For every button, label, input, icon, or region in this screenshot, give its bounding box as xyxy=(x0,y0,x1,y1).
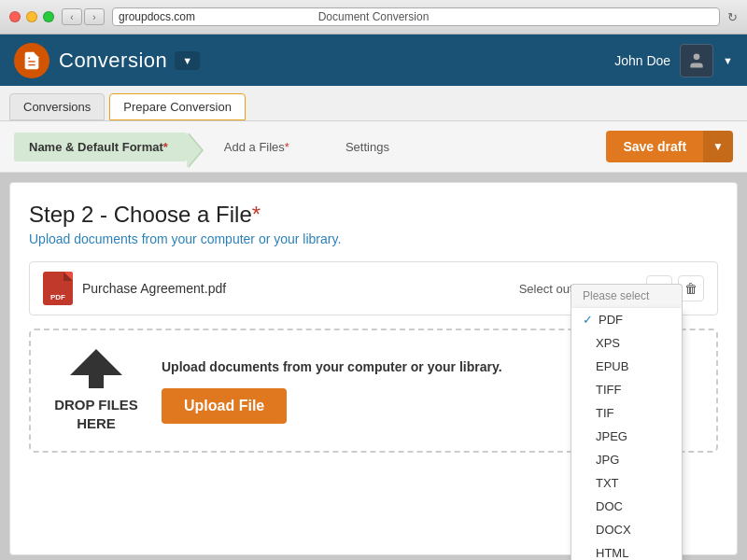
tabs-bar: Conversions Prepare Conversion xyxy=(0,86,747,121)
window-chrome: ‹ › groupdocs.com ↻ Document Conversion xyxy=(0,0,747,35)
dropdown-list: ✓ PDF XPS EPUB TIFF TIF JPEG JPG TXT DOC… xyxy=(571,308,683,560)
traffic-light-green[interactable] xyxy=(43,11,54,22)
reload-icon[interactable]: ↻ xyxy=(727,10,738,24)
dropdown-item-epub[interactable]: EPUB xyxy=(571,355,682,378)
dropdown-item-pdf[interactable]: ✓ PDF xyxy=(571,308,682,331)
user-name: John Doe xyxy=(614,53,670,68)
user-dropdown-button[interactable]: ▼ xyxy=(723,55,733,66)
user-icon xyxy=(687,51,706,70)
dropdown-item-xps[interactable]: XPS xyxy=(571,331,682,355)
wizard-step-settings[interactable]: Settings xyxy=(327,133,408,161)
app-title: Conversion xyxy=(59,49,167,73)
dropdown-item-doc[interactable]: DOC xyxy=(571,495,682,518)
tab-conversions[interactable]: Conversions xyxy=(9,93,105,120)
step-title-required: * xyxy=(252,202,261,227)
file-type-label: PDF xyxy=(50,293,65,301)
user-avatar xyxy=(680,44,713,77)
app-logo xyxy=(14,43,49,78)
upload-arrow-icon xyxy=(70,349,122,375)
dropdown-item-tiff[interactable]: TIFF xyxy=(571,378,682,401)
main-content: Step 2 - Choose a File* Upload documents… xyxy=(9,182,738,555)
header-right: John Doe ▼ xyxy=(614,44,733,77)
save-draft-button[interactable]: Save draft xyxy=(606,131,703,162)
back-button[interactable]: ‹ xyxy=(62,8,82,25)
format-dropdown: Please select ✓ PDF XPS EPUB TIFF TIF JP… xyxy=(571,284,683,560)
tab-prepare-conversion[interactable]: Prepare Conversion xyxy=(109,93,246,120)
file-type-icon: PDF xyxy=(43,272,73,305)
step-files-required: * xyxy=(285,140,289,154)
check-icon: ✓ xyxy=(583,313,593,327)
traffic-lights xyxy=(9,11,54,22)
upload-file-button[interactable]: Upload File xyxy=(162,388,287,424)
upload-arrow-stem-icon xyxy=(89,375,104,388)
app-dropdown-button[interactable]: ▼ xyxy=(175,51,200,70)
dropdown-item-tif[interactable]: TIF xyxy=(571,401,682,425)
svg-point-2 xyxy=(694,53,700,60)
logo-icon xyxy=(21,50,42,71)
address-bar[interactable]: groupdocs.com xyxy=(112,7,720,26)
dropdown-item-jpg[interactable]: JPG xyxy=(571,448,682,471)
step-title: Step 2 - Choose a File* xyxy=(29,202,718,228)
address-text: groupdocs.com xyxy=(119,10,195,23)
drop-icon-area: DROP FILES HERE xyxy=(49,349,143,432)
dropdown-item-docx[interactable]: DOCX xyxy=(571,518,682,541)
dropdown-item-txt[interactable]: TXT xyxy=(571,471,682,495)
wizard-right: Save draft ▼ xyxy=(606,131,733,162)
traffic-light-red[interactable] xyxy=(9,11,21,22)
dropdown-header: Please select xyxy=(571,284,683,308)
dropdown-item-html[interactable]: HTML xyxy=(571,541,682,560)
traffic-light-yellow[interactable] xyxy=(26,11,37,22)
step-subtitle: Upload documents from your computer or y… xyxy=(29,231,718,246)
save-draft-dropdown-button[interactable]: ▼ xyxy=(703,131,733,162)
wizard-step-name[interactable]: Name & Default Format * xyxy=(14,133,187,161)
dropdown-item-jpeg[interactable]: JPEG xyxy=(571,425,682,448)
nav-buttons: ‹ › xyxy=(62,8,105,25)
forward-button[interactable]: › xyxy=(84,8,105,25)
file-name: Purchase Agreement.pdf xyxy=(82,281,226,296)
step-name-required: * xyxy=(163,140,168,154)
wizard-step-files[interactable]: Add a Files* xyxy=(205,133,308,161)
wizard-bar: Name & Default Format * Add a Files* Set… xyxy=(0,121,747,173)
app-header: Conversion ▼ John Doe ▼ xyxy=(0,35,747,86)
drop-text: DROP FILES HERE xyxy=(54,396,138,432)
